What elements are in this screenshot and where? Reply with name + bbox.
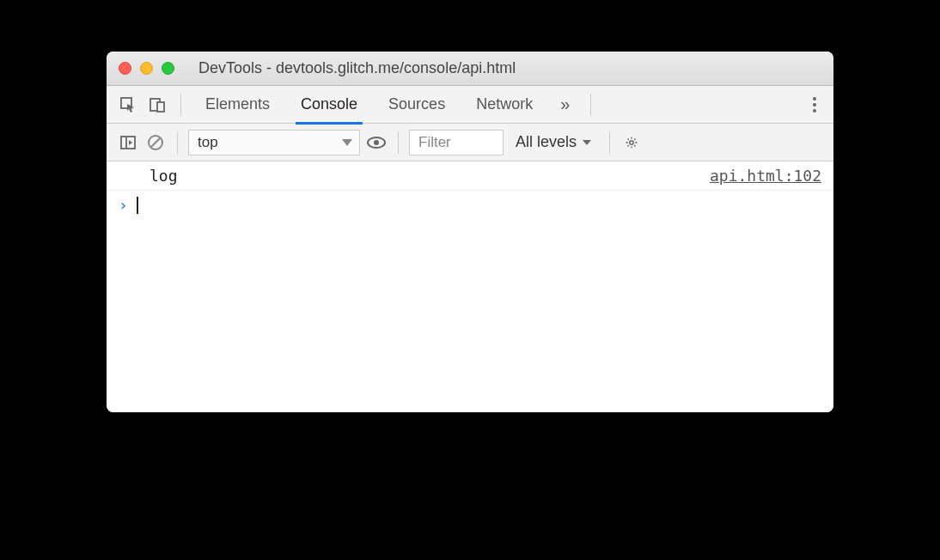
divider — [180, 94, 181, 116]
log-text: log — [150, 167, 178, 185]
more-tabs-icon[interactable]: » — [552, 94, 578, 114]
console-toolbar: top All levels — [107, 124, 833, 161]
context-selector[interactable]: top — [188, 130, 360, 155]
svg-line-6 — [151, 138, 160, 147]
close-icon[interactable] — [119, 62, 131, 75]
menu-icon[interactable] — [806, 97, 823, 113]
level-label: All levels — [516, 133, 577, 151]
chevron-down-icon — [582, 138, 592, 147]
live-expression-icon[interactable] — [365, 131, 388, 154]
prompt-icon: › — [119, 196, 128, 214]
window-controls — [119, 62, 174, 75]
clear-console-icon[interactable] — [144, 131, 167, 154]
divider — [590, 94, 591, 116]
console-output: log api.html:102 › — [107, 161, 833, 412]
svg-rect-3 — [121, 137, 135, 149]
tab-console[interactable]: Console — [289, 86, 369, 124]
titlebar: DevTools - devtools.glitch.me/console/ap… — [107, 52, 833, 86]
window-title: DevTools - devtools.glitch.me/console/ap… — [183, 59, 821, 77]
tab-sources[interactable]: Sources — [376, 86, 457, 124]
svg-line-15 — [634, 145, 635, 146]
divider — [177, 131, 178, 154]
tab-network[interactable]: Network — [464, 86, 545, 124]
minimize-icon[interactable] — [140, 62, 153, 75]
svg-line-16 — [628, 145, 629, 146]
inspect-element-icon[interactable] — [117, 94, 139, 116]
maximize-icon[interactable] — [162, 62, 174, 75]
svg-point-8 — [374, 140, 379, 145]
chevron-down-icon — [342, 139, 352, 146]
log-entry: log api.html:102 — [107, 161, 833, 191]
main-toolbar: Elements Console Sources Network » — [107, 86, 833, 124]
divider — [609, 131, 610, 154]
source-link[interactable]: api.html:102 — [710, 167, 821, 185]
devtools-window: DevTools - devtools.glitch.me/console/ap… — [107, 52, 833, 412]
svg-line-14 — [628, 138, 629, 139]
svg-line-17 — [634, 138, 635, 139]
console-prompt[interactable]: › — [107, 191, 833, 219]
filter-input[interactable] — [409, 130, 504, 155]
device-toggle-icon[interactable] — [146, 94, 168, 116]
log-level-selector[interactable]: All levels — [509, 133, 599, 151]
svg-rect-2 — [157, 102, 164, 112]
divider — [398, 131, 399, 154]
tab-elements[interactable]: Elements — [193, 86, 282, 124]
context-value: top — [198, 134, 218, 151]
text-caret — [137, 197, 138, 214]
toggle-drawer-icon[interactable] — [117, 131, 139, 154]
svg-point-9 — [630, 140, 633, 143]
settings-icon[interactable] — [620, 131, 643, 154]
